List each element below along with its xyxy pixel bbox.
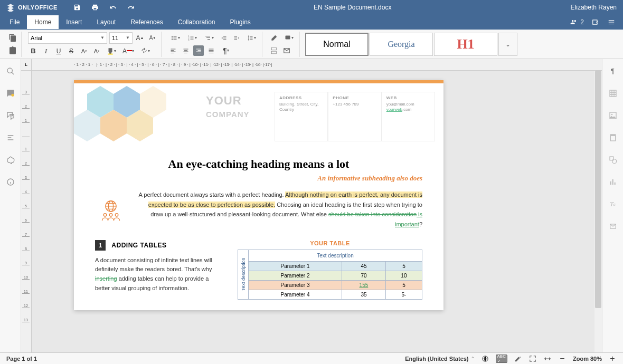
- table-title[interactable]: YOUR TABLE: [238, 240, 422, 246]
- table-settings-icon[interactable]: [608, 89, 618, 98]
- strikethrough-button[interactable]: S: [66, 46, 77, 56]
- page-indicator[interactable]: Page 1 of 1: [6, 356, 37, 362]
- page-header: YOUR COMPANY ADDRESS Building, Street, C…: [74, 83, 443, 141]
- chat-icon[interactable]: [6, 111, 15, 120]
- open-location-icon[interactable]: [591, 18, 600, 26]
- menu-layout[interactable]: Layout: [89, 15, 123, 29]
- align-right-button[interactable]: [193, 45, 204, 56]
- zoom-label[interactable]: Zoom 80%: [573, 356, 602, 362]
- nonprinting-button[interactable]: ¶▾: [219, 45, 233, 56]
- bullets-button[interactable]: ▾: [168, 33, 183, 43]
- track-changes-icon[interactable]: [514, 355, 522, 363]
- font-name-select[interactable]: Arial▼: [28, 32, 107, 44]
- section-text[interactable]: A document consisting of infinite text l…: [95, 256, 222, 293]
- bold-button[interactable]: B: [28, 46, 39, 56]
- scrollbar-thumb[interactable]: [595, 71, 601, 308]
- fit-width-icon[interactable]: [543, 355, 552, 363]
- search-icon[interactable]: [6, 66, 15, 76]
- style-normal[interactable]: Normal: [305, 33, 369, 56]
- users-count[interactable]: 2: [570, 18, 584, 26]
- document-area[interactable]: L · 1 · 2 · 1 · |· 1 · | · 2 · | · 3 · |…: [21, 59, 602, 352]
- mailmerge-button[interactable]: [281, 45, 292, 56]
- title-bar: ONLYOFFICE EN Sample Document.docx Eliza…: [0, 0, 623, 15]
- horizontal-ruler[interactable]: · 1 · 2 · 1 · |· 1 · | · 2 · | · 3 · | ·…: [32, 59, 602, 71]
- superscript-button[interactable]: A2: [79, 46, 89, 56]
- mailmerge-settings-icon[interactable]: [608, 222, 618, 231]
- menu-insert[interactable]: Insert: [59, 15, 89, 29]
- menu-references[interactable]: References: [123, 15, 170, 29]
- insert-pagebreak-button[interactable]: [269, 45, 279, 56]
- menu-collaboration[interactable]: Collaboration: [171, 15, 223, 29]
- textart-settings-icon[interactable]: Ta: [608, 199, 618, 209]
- decrease-indent-button[interactable]: [219, 33, 229, 43]
- underline-button[interactable]: U: [53, 46, 64, 56]
- doc-subheading[interactable]: An informative subheading also does: [95, 174, 422, 183]
- menu-file[interactable]: File: [2, 15, 27, 29]
- increase-font-button[interactable]: A▲: [135, 33, 145, 43]
- paste-button[interactable]: [7, 45, 18, 56]
- intro-paragraph[interactable]: A perfect document always starts with a …: [137, 190, 422, 229]
- font-size-select[interactable]: 11▼: [109, 32, 133, 44]
- right-sidebar: ¶ Ta: [602, 59, 623, 352]
- align-justify-button[interactable]: [206, 45, 216, 56]
- italic-button[interactable]: I: [41, 46, 51, 56]
- fit-page-icon[interactable]: [528, 355, 537, 363]
- style-heading1[interactable]: H1: [434, 33, 497, 56]
- sample-table[interactable]: Text description Text description Parame…: [238, 250, 422, 300]
- hamburger-icon[interactable]: [607, 18, 616, 26]
- svg-point-1: [172, 36, 173, 37]
- undo-icon[interactable]: [109, 4, 117, 11]
- save-icon[interactable]: [73, 4, 81, 11]
- numbering-button[interactable]: 123▾: [185, 33, 200, 43]
- subscript-button[interactable]: A2: [91, 46, 102, 56]
- language-selector[interactable]: English (United States)⌃: [405, 356, 474, 362]
- menu-plugins[interactable]: Plugins: [223, 15, 258, 29]
- zoom-in-button[interactable]: +: [608, 355, 617, 363]
- doc-heading[interactable]: An eye-catching heading means a lot: [95, 157, 422, 171]
- style-no-spacing[interactable]: Georgia: [370, 33, 433, 56]
- shading-button[interactable]: ▾: [281, 33, 296, 43]
- svg-rect-8: [191, 36, 194, 36]
- header-settings-icon[interactable]: [608, 133, 618, 142]
- style-more-button[interactable]: ⌄: [498, 33, 517, 56]
- comments-icon[interactable]: [6, 89, 15, 98]
- print-icon[interactable]: [91, 4, 99, 11]
- highlight-button[interactable]: ▾: [104, 46, 119, 56]
- change-case-button[interactable]: ▾: [138, 46, 153, 56]
- clipboard-group: [4, 32, 22, 57]
- main-area: L · 1 · 2 · 1 · |· 1 · | · 2 · | · 3 · |…: [0, 59, 623, 352]
- web-link[interactable]: yourweb: [386, 107, 402, 112]
- vertical-scrollbar[interactable]: [594, 71, 602, 352]
- align-center-button[interactable]: [181, 45, 191, 56]
- ruler-corner[interactable]: L: [21, 59, 32, 71]
- paragraph-settings-icon[interactable]: ¶: [608, 66, 618, 76]
- spellcheck-icon[interactable]: [481, 355, 489, 363]
- spellcheck-toggle[interactable]: ABC✓: [496, 355, 507, 363]
- app-window: ONLYOFFICE EN Sample Document.docx Eliza…: [0, 0, 623, 364]
- svg-rect-15: [207, 39, 210, 40]
- image-settings-icon[interactable]: [608, 111, 618, 120]
- redo-icon[interactable]: [127, 4, 135, 11]
- menu-home[interactable]: Home: [27, 15, 59, 29]
- decrease-font-button[interactable]: A▼: [147, 33, 158, 43]
- vertical-ruler[interactable]: 321 12 345 678 91011 1213: [21, 71, 32, 352]
- navigation-icon[interactable]: [6, 133, 15, 142]
- feedback-icon[interactable]: [6, 155, 15, 165]
- svg-rect-33: [610, 90, 616, 97]
- user-name[interactable]: Elizabeth Rayen: [571, 4, 617, 11]
- section-title: ADDING TABLES: [111, 242, 166, 249]
- copy-button[interactable]: [7, 33, 18, 43]
- increase-indent-button[interactable]: [231, 33, 242, 43]
- zoom-out-button[interactable]: −: [558, 355, 567, 363]
- document-page[interactable]: YOUR COMPANY ADDRESS Building, Street, C…: [74, 80, 443, 310]
- section-header[interactable]: 1 ADDING TABLES: [95, 240, 222, 251]
- align-left-button[interactable]: [168, 45, 178, 56]
- line-spacing-button[interactable]: ▾: [244, 33, 259, 43]
- multilevel-button[interactable]: ▾: [202, 33, 216, 43]
- table-header: Text description: [249, 250, 422, 261]
- clear-style-button[interactable]: [269, 33, 279, 43]
- chart-settings-icon[interactable]: [608, 177, 618, 187]
- font-color-button[interactable]: A▾: [121, 46, 136, 56]
- shape-settings-icon[interactable]: [608, 155, 618, 165]
- about-icon[interactable]: [6, 177, 15, 187]
